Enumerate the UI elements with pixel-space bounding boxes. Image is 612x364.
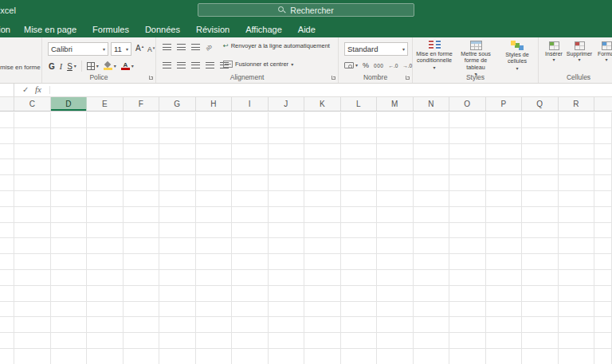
align-center-icon[interactable] xyxy=(177,62,186,68)
cell-R16[interactable] xyxy=(559,349,595,364)
cell-P6[interactable] xyxy=(486,191,523,207)
cell-I14[interactable] xyxy=(232,317,269,333)
cell-M7[interactable] xyxy=(377,207,414,223)
cell-M1[interactable] xyxy=(377,112,414,128)
cell-K12[interactable] xyxy=(304,286,341,302)
cell-F14[interactable] xyxy=(124,317,160,333)
cell-M15[interactable] xyxy=(377,333,414,349)
cell-H16[interactable] xyxy=(196,349,233,364)
cell-D10[interactable] xyxy=(51,254,88,270)
cell-G8[interactable] xyxy=(159,223,196,239)
cell-N4[interactable] xyxy=(414,159,450,175)
cell-H3[interactable] xyxy=(196,144,233,160)
cell-G4[interactable] xyxy=(159,159,196,175)
cell-P7[interactable] xyxy=(486,207,523,223)
cell-O14[interactable] xyxy=(449,317,486,333)
cell-N9[interactable] xyxy=(414,238,450,254)
cell-E16[interactable] xyxy=(87,349,124,364)
cell-L16[interactable] xyxy=(341,349,378,364)
cell-D15[interactable] xyxy=(51,333,88,349)
column-header-R[interactable]: R xyxy=(559,97,595,111)
cell-G3[interactable] xyxy=(159,144,196,160)
cell-Q6[interactable] xyxy=(522,191,559,207)
cell-I16[interactable] xyxy=(232,349,269,364)
cell-D5[interactable] xyxy=(51,175,88,191)
cell-P12[interactable] xyxy=(486,286,523,302)
row-header-partial-cell[interactable] xyxy=(0,144,14,160)
delete-cells-button[interactable]: Supprimer ▾ xyxy=(567,41,591,62)
font-size-combo[interactable]: 11 ▾ xyxy=(111,42,131,56)
cell-partial[interactable] xyxy=(594,349,612,364)
cell-G16[interactable] xyxy=(159,349,196,364)
cell-O12[interactable] xyxy=(449,286,486,302)
cell-C4[interactable] xyxy=(14,159,51,175)
align-bottom-icon[interactable] xyxy=(191,44,200,50)
row-header-partial-cell[interactable] xyxy=(0,112,14,128)
cell-D7[interactable] xyxy=(51,207,88,223)
cell-J13[interactable] xyxy=(269,302,305,318)
search-box[interactable]: Rechercher xyxy=(198,3,414,17)
cell-M16[interactable] xyxy=(377,349,414,364)
cell-D14[interactable] xyxy=(51,317,88,333)
cell-R5[interactable] xyxy=(559,175,595,191)
cell-K6[interactable] xyxy=(304,191,341,207)
column-header-partial[interactable] xyxy=(594,97,612,111)
cell-C9[interactable] xyxy=(14,238,51,254)
cell-G9[interactable] xyxy=(159,238,196,254)
cell-Q9[interactable] xyxy=(522,238,559,254)
cell-C7[interactable] xyxy=(14,207,51,223)
column-header-D[interactable]: D xyxy=(51,97,88,111)
orientation-icon[interactable]: ab xyxy=(205,43,213,51)
cell-I3[interactable] xyxy=(232,144,269,160)
cell-R6[interactable] xyxy=(559,191,595,207)
cell-partial[interactable] xyxy=(594,159,612,175)
cell-F3[interactable] xyxy=(124,144,160,160)
cell-G13[interactable] xyxy=(159,302,196,318)
cell-N11[interactable] xyxy=(414,270,450,286)
cell-J7[interactable] xyxy=(269,207,305,223)
cell-K16[interactable] xyxy=(304,349,341,364)
cell-C13[interactable] xyxy=(14,302,51,318)
borders-button[interactable]: ▾ xyxy=(87,62,99,70)
cell-H1[interactable] xyxy=(196,112,233,128)
cell-partial[interactable] xyxy=(594,128,612,144)
row-header-partial-cell[interactable] xyxy=(0,254,14,270)
cell-P15[interactable] xyxy=(486,333,523,349)
cell-C2[interactable] xyxy=(14,128,51,144)
cell-P11[interactable] xyxy=(486,270,523,286)
increase-font-button[interactable]: A ▴ xyxy=(135,44,143,53)
row-header-partial-cell[interactable] xyxy=(0,286,14,302)
cell-R14[interactable] xyxy=(559,317,595,333)
cell-F6[interactable] xyxy=(124,191,160,207)
column-header-G[interactable]: G xyxy=(159,97,196,111)
decrease-font-button[interactable]: A ▾ xyxy=(147,45,155,53)
cell-F1[interactable] xyxy=(124,112,160,128)
cell-Q4[interactable] xyxy=(522,159,559,175)
conditional-formatting-button[interactable]: Mise en forme conditionnelle ▾ xyxy=(414,41,455,70)
cell-P10[interactable] xyxy=(486,254,523,270)
tab-insertion[interactable]: Insertion xyxy=(0,21,16,37)
cell-partial[interactable] xyxy=(594,191,612,207)
cell-J12[interactable] xyxy=(269,286,305,302)
cell-L12[interactable] xyxy=(341,286,378,302)
cell-R7[interactable] xyxy=(559,207,595,223)
cell-K14[interactable] xyxy=(304,317,341,333)
column-header-K[interactable]: K xyxy=(304,97,341,111)
increase-decimal-button[interactable]: ←.0 xyxy=(388,63,398,68)
cell-N13[interactable] xyxy=(414,302,450,318)
cell-N5[interactable] xyxy=(414,175,450,191)
align-right-icon[interactable] xyxy=(191,62,200,68)
cell-R15[interactable] xyxy=(559,333,595,349)
cell-Q14[interactable] xyxy=(522,317,559,333)
cell-E9[interactable] xyxy=(87,238,124,254)
cell-P1[interactable] xyxy=(486,112,523,128)
cell-I9[interactable] xyxy=(232,238,269,254)
cell-O3[interactable] xyxy=(449,144,486,160)
cell-E14[interactable] xyxy=(87,317,124,333)
cell-M8[interactable] xyxy=(377,223,414,239)
cell-L15[interactable] xyxy=(341,333,378,349)
cell-M13[interactable] xyxy=(377,302,414,318)
cell-H8[interactable] xyxy=(196,223,233,239)
cell-H14[interactable] xyxy=(196,317,233,333)
cell-O1[interactable] xyxy=(449,112,486,128)
